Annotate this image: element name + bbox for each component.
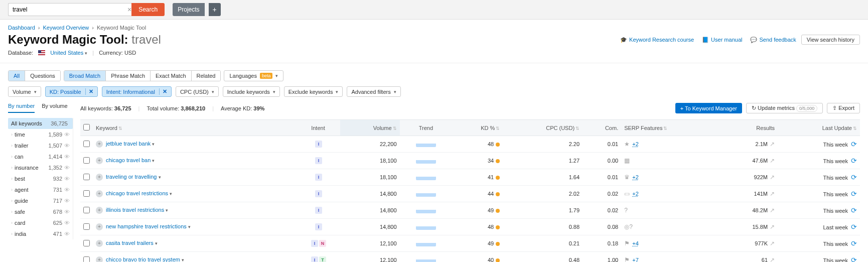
update-metrics-button[interactable]: ↻ Update metrics 0/5,000 xyxy=(746,103,823,113)
row-checkbox[interactable] xyxy=(83,223,90,230)
eye-icon[interactable]: 👁 xyxy=(64,143,70,149)
eye-icon[interactable]: 👁 xyxy=(64,198,70,204)
col-com[interactable]: Com. xyxy=(583,120,621,136)
languages-select[interactable]: Languagesbeta▾ xyxy=(224,70,283,81)
refresh-icon[interactable]: ⟳ xyxy=(851,223,857,231)
breadcrumb-dashboard[interactable]: Dashboard xyxy=(8,25,35,31)
serp-more[interactable]: +2 xyxy=(632,191,639,197)
row-checkbox[interactable] xyxy=(83,174,90,180)
user-manual-link[interactable]: 📘User manual xyxy=(702,37,742,43)
keyword-link[interactable]: traveling or travelling xyxy=(106,174,157,180)
external-link-icon[interactable]: ↗ xyxy=(770,223,775,230)
col-last-update[interactable]: Last Update⇅ xyxy=(778,120,860,136)
tab-phrase-match[interactable]: Phrase Match xyxy=(106,71,151,81)
refresh-icon[interactable]: ⟳ xyxy=(851,173,857,181)
keyword-link[interactable]: illinois travel restrictions xyxy=(106,207,164,213)
refresh-icon[interactable]: ⟳ xyxy=(851,206,857,214)
col-cpc[interactable]: CPC (USD)⇅ xyxy=(503,120,583,136)
col-results[interactable]: Results xyxy=(720,120,778,136)
group-item[interactable]: ›best932👁 xyxy=(8,173,73,184)
keyword-link[interactable]: new hampshire travel restrictions xyxy=(106,223,187,229)
eye-icon[interactable]: 👁 xyxy=(64,154,70,160)
serp-more[interactable]: +4 xyxy=(632,240,639,246)
chevron-down-icon[interactable]: ▾ xyxy=(166,208,168,213)
filter-cpc[interactable]: CPC (USD)▾ xyxy=(176,86,219,97)
serp-more[interactable]: +2 xyxy=(632,174,639,180)
row-checkbox[interactable] xyxy=(83,240,90,246)
eye-icon[interactable]: 👁 xyxy=(64,187,70,193)
add-keyword-icon[interactable]: + xyxy=(96,207,103,214)
keyword-link[interactable]: jetblue travel bank xyxy=(106,141,151,147)
projects-add-button[interactable]: + xyxy=(209,3,221,16)
refresh-icon[interactable]: ⟳ xyxy=(851,256,857,262)
eye-icon[interactable]: 👁 xyxy=(64,165,70,171)
col-keyword[interactable]: Keyword⇅ xyxy=(93,120,296,136)
filter-include-keywords[interactable]: Include keywords▾ xyxy=(223,86,280,97)
filter-intent[interactable]: Intent: Informational✕ xyxy=(102,86,172,97)
external-link-icon[interactable]: ↗ xyxy=(770,190,775,197)
add-keyword-icon[interactable]: + xyxy=(96,240,103,247)
tab-broad-match[interactable]: Broad Match xyxy=(64,71,106,81)
row-checkbox[interactable] xyxy=(83,141,90,147)
chevron-down-icon[interactable]: ▾ xyxy=(188,224,191,229)
group-item[interactable]: ›trailer1,507👁 xyxy=(8,140,73,151)
group-item[interactable]: ›india471👁 xyxy=(8,228,73,239)
search-button[interactable]: Search xyxy=(131,3,165,16)
eye-icon[interactable]: 👁 xyxy=(64,231,70,237)
chevron-down-icon[interactable]: ▾ xyxy=(152,142,155,147)
to-keyword-manager-button[interactable]: + To Keyword Manager xyxy=(675,103,742,113)
serp-more[interactable]: +7 xyxy=(632,257,639,262)
eye-icon[interactable]: 👁 xyxy=(64,132,70,138)
add-keyword-icon[interactable]: + xyxy=(96,157,103,164)
col-kd[interactable]: KD %⇅ xyxy=(452,120,503,136)
tab-questions[interactable]: Questions xyxy=(25,71,60,81)
export-button[interactable]: ⇪ Export xyxy=(827,103,860,113)
view-search-history-button[interactable]: View search history xyxy=(801,35,860,45)
chevron-down-icon[interactable]: ▾ xyxy=(155,241,158,246)
select-all-checkbox[interactable] xyxy=(83,124,90,130)
keyword-link[interactable]: chicago travel restrictions xyxy=(106,190,168,196)
external-link-icon[interactable]: ↗ xyxy=(770,174,775,181)
group-item[interactable]: ›safe678👁 xyxy=(8,206,73,217)
col-trend[interactable]: Trend xyxy=(400,120,453,136)
group-item[interactable]: ›time1,589👁 xyxy=(8,129,73,140)
keyword-link[interactable]: chicco bravo trio travel system xyxy=(106,256,180,262)
keyword-research-course-link[interactable]: 🎓Keyword Research course xyxy=(620,37,694,43)
close-icon[interactable]: ✕ xyxy=(85,88,93,95)
add-keyword-icon[interactable]: + xyxy=(96,174,103,181)
tab-by-volume[interactable]: By volume xyxy=(42,103,67,113)
chevron-down-icon[interactable]: ▾ xyxy=(159,175,161,180)
search-clear-icon[interactable]: × xyxy=(127,6,131,14)
group-item[interactable]: ›guide717👁 xyxy=(8,195,73,206)
external-link-icon[interactable]: ↗ xyxy=(770,240,775,247)
group-item[interactable]: ›card625👁 xyxy=(8,217,73,228)
external-link-icon[interactable]: ↗ xyxy=(770,256,775,262)
add-keyword-icon[interactable]: + xyxy=(96,190,103,197)
keyword-link[interactable]: casita travel trailers xyxy=(106,240,154,246)
add-keyword-icon[interactable]: + xyxy=(96,223,103,230)
group-item[interactable]: ›insurance1,352👁 xyxy=(8,162,73,173)
refresh-icon[interactable]: ⟳ xyxy=(851,140,857,148)
filter-exclude-keywords[interactable]: Exclude keywords▾ xyxy=(284,86,343,97)
chevron-down-icon[interactable]: ▾ xyxy=(182,257,184,262)
close-icon[interactable]: ✕ xyxy=(159,88,167,95)
group-item[interactable]: ›can1,414👁 xyxy=(8,151,73,162)
eye-icon[interactable]: 👁 xyxy=(64,176,70,182)
eye-icon[interactable]: 👁 xyxy=(64,220,70,226)
add-keyword-icon[interactable]: + xyxy=(96,256,103,262)
filter-kd[interactable]: KD: Possible✕ xyxy=(45,86,98,97)
col-volume[interactable]: Volume⇅ xyxy=(340,120,399,136)
chevron-down-icon[interactable]: ▾ xyxy=(152,158,155,163)
search-input[interactable] xyxy=(8,3,138,16)
row-checkbox[interactable] xyxy=(83,190,90,197)
keyword-link[interactable]: chicago travel ban xyxy=(106,157,151,163)
filter-advanced[interactable]: Advanced filters▾ xyxy=(347,86,400,97)
row-checkbox[interactable] xyxy=(83,157,90,164)
refresh-icon[interactable]: ⟳ xyxy=(851,239,857,247)
add-keyword-icon[interactable]: + xyxy=(96,141,103,148)
database-select[interactable]: United States ▾ xyxy=(50,50,87,56)
col-serp[interactable]: SERP Features⇅ xyxy=(621,120,720,136)
tab-all[interactable]: All xyxy=(9,71,25,81)
serp-more[interactable]: +2 xyxy=(632,141,639,147)
refresh-icon[interactable]: ⟳ xyxy=(851,157,857,165)
